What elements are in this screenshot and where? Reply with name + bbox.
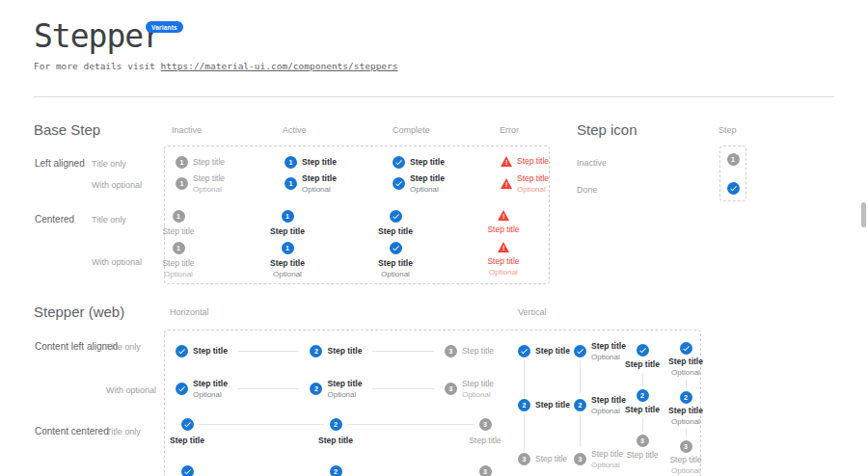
- step-connector: [686, 380, 687, 388]
- step-complete-centered-title: Step title: [374, 210, 417, 237]
- step-connector: [642, 373, 643, 386]
- step-title: Step title: [327, 380, 362, 389]
- step-title: Step title: [517, 174, 549, 184]
- section-heading-step-icon: Step icon: [577, 121, 637, 138]
- step-title: Step title: [668, 357, 703, 367]
- optional-label: Optional: [410, 185, 445, 194]
- step-error-left-title: Step title: [501, 156, 549, 167]
- optional-label: Optional: [273, 270, 302, 278]
- step-title: Step title: [302, 158, 337, 168]
- step-title: Step title: [162, 259, 194, 269]
- inactive-step-icon: 3: [518, 453, 530, 465]
- step-connector: [580, 414, 581, 447]
- horizontal-stepper-title-only: Step title 2 Step title 3 Step title: [176, 345, 494, 357]
- complete-check-icon: [390, 242, 402, 254]
- optional-label: Optional: [591, 461, 623, 469]
- step-title: Step title: [410, 174, 445, 184]
- sub-label-with-optional: With optional: [92, 257, 142, 267]
- subtitle-text: For more details visit: [34, 61, 155, 71]
- vertical-step-active: 2 Step title: [518, 399, 570, 411]
- optional-label: Optional: [327, 390, 362, 399]
- section-heading-base-step: Base Step: [34, 121, 100, 138]
- sub-label-title-only: Title only: [92, 215, 126, 225]
- active-step-icon: 2: [518, 399, 530, 411]
- step-title: Step title: [378, 227, 413, 237]
- step-title: Step title: [462, 380, 494, 389]
- step-title: Step title: [302, 174, 337, 184]
- doc-link[interactable]: https://material-ui.com/components/stepp…: [161, 61, 398, 71]
- vertical-scrollbar-thumb[interactable]: [861, 202, 866, 227]
- inactive-step-icon: 3: [680, 440, 692, 453]
- horizontal-stepper-with-optional: Step titleOptional 2 Step titleOptional …: [176, 380, 494, 399]
- optional-label: Optional: [193, 390, 228, 399]
- step-title: Step title: [270, 259, 305, 269]
- step-title: Step title: [410, 158, 445, 168]
- step-title: Step title: [193, 347, 228, 357]
- column-header-vertical: Vertical: [518, 307, 547, 317]
- column-header-error: Error: [500, 125, 519, 135]
- column-header-horizontal: Horizontal: [170, 307, 209, 317]
- centered-step-complete: Step title: [166, 465, 208, 476]
- step-title: Step title: [487, 225, 519, 235]
- complete-check-icon: [680, 342, 692, 355]
- row-label-inactive: Inactive: [577, 158, 607, 168]
- sub-label-with-optional: With optional: [92, 180, 142, 190]
- complete-check-icon: [181, 465, 194, 476]
- complete-check-icon: [518, 345, 530, 357]
- centered-step-complete: Step title: [166, 418, 208, 446]
- step-active-centered-title: 1 Step title: [266, 210, 309, 237]
- optional-label: Optional: [381, 270, 410, 278]
- active-step-icon: 2: [310, 345, 322, 357]
- step-connector: [347, 424, 474, 425]
- step-complete-left-optional: Step titleOptional: [393, 174, 445, 194]
- step-connector: [524, 413, 525, 451]
- error-warning-icon: [501, 178, 512, 189]
- active-step-icon: 1: [285, 177, 297, 190]
- inactive-step-icon: 3: [479, 465, 492, 476]
- column-header-complete: Complete: [393, 125, 430, 135]
- step-complete-centered-optional: Step title Optional: [374, 242, 417, 278]
- step-connector: [372, 351, 434, 352]
- inactive-step-icon: 1: [176, 156, 188, 169]
- active-step-icon: 1: [282, 210, 294, 223]
- active-step-icon: 2: [637, 389, 649, 402]
- row-label-content-centered: Content centered: [35, 426, 109, 436]
- vertical-stepper-centered-title: Step title 2 Step title 3 Step title: [621, 344, 664, 460]
- step-title: Step title: [193, 174, 225, 184]
- inactive-step-icon: 3: [445, 383, 457, 395]
- optional-label: Optional: [302, 185, 337, 194]
- optional-label: Optional: [489, 268, 518, 277]
- step-title: Step title: [591, 450, 623, 460]
- active-step-icon: 2: [330, 465, 342, 476]
- step-connector: [238, 388, 300, 389]
- step-title: Step title: [327, 347, 362, 357]
- inactive-step-icon: 1: [727, 153, 740, 166]
- active-step-icon: 1: [282, 242, 294, 254]
- optional-label: Optional: [462, 390, 494, 399]
- step-error-centered-optional: Step title Optional: [482, 242, 525, 277]
- complete-check-icon: [574, 345, 586, 357]
- column-header-step: Step: [719, 125, 737, 135]
- complete-check-icon: [727, 182, 740, 195]
- optional-label: Optional: [671, 466, 700, 475]
- step-error-centered-title: Step title: [482, 210, 525, 235]
- divider: [34, 96, 834, 97]
- active-step-icon: 2: [330, 418, 342, 431]
- row-label-centered: Centered: [35, 214, 74, 225]
- row-label-left-aligned: Left aligned: [35, 158, 85, 169]
- step-connector: [199, 424, 324, 425]
- page: Stepper Variants For more details visit …: [0, 0, 868, 476]
- step-title: Step title: [535, 347, 570, 357]
- subtitle: For more details visit https://material-…: [34, 61, 398, 71]
- vertical-step-active-optional: 2 Step titleOptional: [574, 396, 626, 415]
- complete-check-icon: [176, 345, 188, 357]
- step-complete-left-title: Step title: [393, 156, 445, 169]
- step-title: Step title: [193, 380, 228, 389]
- page-title: Stepper: [34, 17, 161, 55]
- step-title: Step title: [462, 347, 494, 357]
- inactive-step-icon: 3: [445, 345, 457, 357]
- optional-label: Optional: [193, 185, 225, 194]
- complete-check-icon: [390, 210, 402, 223]
- active-step-icon: 2: [574, 399, 586, 411]
- sub-label-title-only: Title only: [92, 159, 126, 169]
